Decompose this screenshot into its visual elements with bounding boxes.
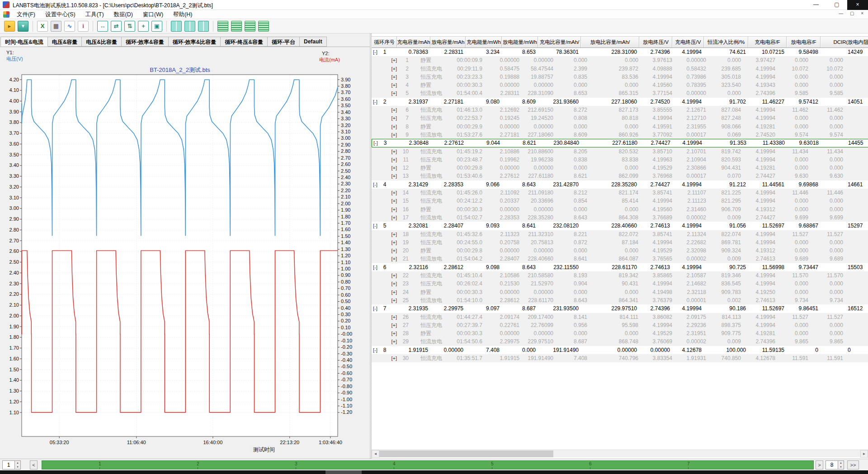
table-view-2-icon[interactable] xyxy=(231,21,242,32)
expand-toggle-icon[interactable]: [+] xyxy=(391,256,397,261)
step-row[interactable]: [+]24静置00:00:30.30.000000.000000.0000.00… xyxy=(372,288,868,296)
column-header[interactable]: 放电能量/mWh xyxy=(502,37,538,47)
cycle-row[interactable]: [-]32.308482.276129.0448.621230.84840227… xyxy=(372,139,868,147)
column-header[interactable]: 放电终压/V xyxy=(639,37,672,47)
table-view-4-icon[interactable] xyxy=(258,21,269,32)
expand-toggle-icon[interactable]: [+] xyxy=(391,149,397,154)
tab-时间-电压&电流[interactable]: 时间-电压&电流 xyxy=(0,37,48,47)
step-row[interactable]: [+]5恒流放电01:54:00.42.28311228.310908.6538… xyxy=(372,89,868,97)
step-row[interactable]: [+]15恒压充电00:24:12.20.2033720.336960.8548… xyxy=(372,197,868,205)
table-view-3-icon[interactable] xyxy=(245,21,255,32)
collapse-toggle-icon[interactable]: [-] xyxy=(373,306,377,311)
step-row[interactable]: [+]23恒压充电00:26:02.40.2153021.529700.9049… xyxy=(372,280,868,288)
step-row[interactable]: [+]27恒压充电00:27:39.70.2276122.760990.9569… xyxy=(372,321,868,329)
step-row[interactable]: [+]29恒流放电01:54:50.62.29975229.975108.687… xyxy=(372,337,868,346)
mdi-window-controls[interactable]: — ▢ × xyxy=(839,11,866,16)
column-header[interactable]: 恒流冲入比例/% xyxy=(704,37,748,47)
layout-two-pane-icon[interactable] xyxy=(171,21,182,32)
tab-电压&比容量[interactable]: 电压&比容量 xyxy=(82,37,122,47)
step-row[interactable]: [+]20静置00:00:29.80.000000.000000.0000.00… xyxy=(372,246,868,255)
expand-toggle-icon[interactable]: [+] xyxy=(391,57,397,63)
expand-toggle-icon[interactable]: [+] xyxy=(391,107,397,113)
cycle-row[interactable]: [-]52.320812.284079.0938.641232.08120228… xyxy=(372,222,868,230)
scroll-left-arrow-icon[interactable]: ◄ xyxy=(372,450,379,458)
step-row[interactable]: [+]1静置00:00:09.90.000000.000000.0000.000… xyxy=(372,56,868,64)
collapse-toggle-icon[interactable]: [-] xyxy=(373,99,377,104)
column-header[interactable]: 充电容量/mAh xyxy=(397,37,430,47)
scrollbar-thumb[interactable] xyxy=(379,450,553,457)
expand-toggle-icon[interactable]: [+] xyxy=(391,115,397,121)
time-voltage-current-chart[interactable]: 4.204.104.003.903.803.703.603.503.403.30… xyxy=(0,48,370,459)
tab-循环-效率&比容量[interactable]: 循环-效率&比容量 xyxy=(169,37,221,47)
expand-toggle-icon[interactable]: [+] xyxy=(391,132,397,137)
step-row[interactable]: [+]13恒流放电01:53:40.62.27612227.611808.621… xyxy=(372,172,868,180)
menu-item[interactable]: 数据(D) xyxy=(109,10,138,19)
step-row[interactable]: [+]25恒流放电01:54:10.02.28612228.611708.643… xyxy=(372,296,868,304)
column-header[interactable]: DCIR(放电内阻)/mΩ xyxy=(821,37,868,47)
step-row[interactable]: [+]28静置00:00:30.30.000000.000000.0000.00… xyxy=(372,329,868,337)
spin-down-icon[interactable]: ▼ xyxy=(838,465,844,469)
table-view-1-icon[interactable] xyxy=(217,21,228,32)
cycle-row[interactable]: [-]72.319352.299759.0978.687231.93500229… xyxy=(372,304,868,313)
step-row[interactable]: [+]3恒压充电00:23:23.30.1988819.887570.83583… xyxy=(372,73,868,81)
next-page-button[interactable]: > xyxy=(816,460,823,469)
step-row[interactable]: [+]30恒流充电01:35:51.71.91915191.914907.408… xyxy=(372,354,868,362)
expand-icon[interactable]: + xyxy=(138,21,149,32)
column-header[interactable]: 循环序号 xyxy=(372,37,397,47)
step-row[interactable]: [+]10恒流充电01:45:19.22.10886210.886008.205… xyxy=(372,147,868,156)
fit-vertical-icon[interactable]: ⇅ xyxy=(124,21,135,32)
expand-toggle-icon[interactable]: [+] xyxy=(391,198,397,204)
column-header[interactable]: 放电电容/F xyxy=(787,37,821,47)
open-file-icon[interactable]: ▸ xyxy=(4,21,15,32)
step-row[interactable]: [+]11恒压充电00:23:48.70.1996219.962380.8388… xyxy=(372,156,868,164)
expand-toggle-icon[interactable]: [+] xyxy=(391,165,397,171)
menu-item[interactable]: 设置中心(S) xyxy=(40,10,80,19)
collapse-toggle-icon[interactable]: [-] xyxy=(373,223,377,228)
first-page-value[interactable]: 1 xyxy=(3,461,14,469)
column-header[interactable]: 充电电容/F xyxy=(748,37,787,47)
spin-up-icon[interactable]: ▲ xyxy=(14,461,20,465)
expand-toggle-icon[interactable]: [+] xyxy=(391,248,397,253)
expand-toggle-icon[interactable]: [+] xyxy=(391,298,397,303)
tab-电压&容量[interactable]: 电压&容量 xyxy=(48,37,82,47)
prev-page-button[interactable]: < xyxy=(30,460,38,469)
layout-right-pane-icon[interactable] xyxy=(198,21,209,32)
expand-toggle-icon[interactable]: [+] xyxy=(391,281,397,286)
cycle-row[interactable]: [-]81.919150.000007.4080.000191.914900.0… xyxy=(372,346,868,354)
close-button[interactable]: × xyxy=(847,0,868,10)
menu-item[interactable]: 文件(F) xyxy=(12,10,40,19)
expand-toggle-icon[interactable]: [+] xyxy=(391,331,397,336)
collapse-toggle-icon[interactable]: [-] xyxy=(373,182,377,187)
expand-toggle-icon[interactable]: [+] xyxy=(391,173,397,179)
menu-item[interactable]: 工具(T) xyxy=(80,10,109,19)
expand-toggle-icon[interactable]: [+] xyxy=(391,240,397,245)
table-horizontal-scrollbar[interactable]: ◄ ► xyxy=(372,450,868,457)
collapse-toggle-icon[interactable]: [-] xyxy=(373,265,377,270)
step-row[interactable]: [+]9恒流放电01:53:27.62.27181227.180608.6098… xyxy=(372,131,868,139)
expand-toggle-icon[interactable]: [+] xyxy=(391,232,397,237)
spin-down-icon[interactable]: ▼ xyxy=(14,465,20,469)
step-row[interactable]: [+]22恒流充电01:45:10.42.10586210.585808.193… xyxy=(372,271,868,280)
last-page-button[interactable]: >> xyxy=(847,460,859,469)
menu-item[interactable]: 窗口(W) xyxy=(138,10,168,19)
expand-toggle-icon[interactable]: [+] xyxy=(391,82,397,88)
cycle-row[interactable]: [-]22.319372.271819.0808.609231.93660227… xyxy=(372,98,868,106)
tab-Default[interactable]: Default xyxy=(300,37,327,47)
expand-toggle-icon[interactable]: [+] xyxy=(391,215,397,220)
expand-toggle-icon[interactable]: [+] xyxy=(391,66,397,71)
spin-up-icon[interactable]: ▲ xyxy=(838,461,844,465)
cycle-row[interactable]: [-]42.314292.283539.0668.643231.42870228… xyxy=(372,180,868,189)
column-header[interactable]: 充电能量/mWh xyxy=(466,37,502,47)
fit-width-icon[interactable]: ↔ xyxy=(97,21,108,32)
menu-item[interactable]: 帮助(H) xyxy=(168,10,197,19)
tab-循环-终压&容量[interactable]: 循环-终压&容量 xyxy=(221,37,268,47)
step-row[interactable]: [+]2恒流充电00:29:11.90.5847558.475442.39923… xyxy=(372,65,868,73)
cycle-row[interactable]: [-]10.783632.283113.2348.65378.36301228.… xyxy=(372,48,868,56)
step-row[interactable]: [+]21恒流放电01:54:04.22.28407228.406608.641… xyxy=(372,255,868,263)
column-header[interactable]: 放电容量/mAh xyxy=(430,37,466,47)
first-page-spinner[interactable]: 1▲▼ xyxy=(2,460,21,469)
expand-toggle-icon[interactable]: [+] xyxy=(391,190,397,195)
last-page-spinner[interactable]: 8▲▼ xyxy=(826,460,844,469)
column-header[interactable]: 放电比容量/mAh/ xyxy=(581,37,639,47)
expand-toggle-icon[interactable]: [+] xyxy=(391,273,397,278)
